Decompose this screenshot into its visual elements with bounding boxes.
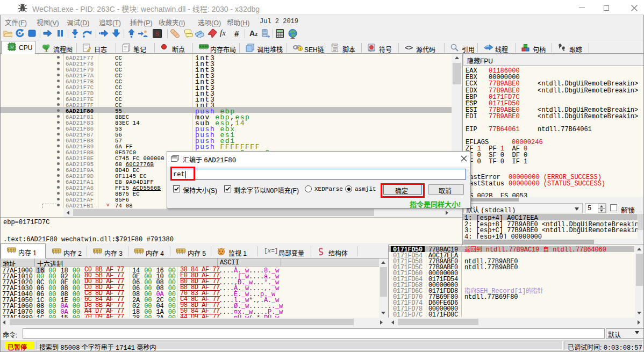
svg-text:!: !: [299, 47, 300, 52]
svg-text:sym: sym: [369, 48, 375, 52]
svg-text:S: S: [155, 30, 159, 38]
svg-text:32: 32: [10, 45, 14, 49]
